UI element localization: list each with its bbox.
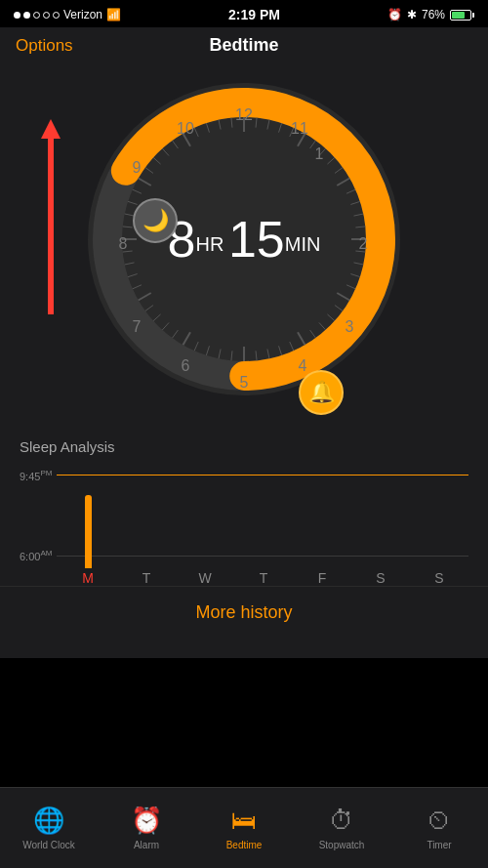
- battery-body: [450, 10, 471, 21]
- svg-line-31: [279, 346, 282, 355]
- svg-text:6: 6: [182, 357, 190, 374]
- svg-line-56: [153, 157, 160, 164]
- stopwatch-icon: ⏱: [329, 806, 354, 836]
- svg-line-39: [183, 332, 191, 345]
- svg-text:2: 2: [359, 235, 368, 252]
- wake-handle[interactable]: 🔔: [299, 370, 344, 415]
- svg-line-53: [133, 189, 142, 193]
- svg-line-62: [219, 120, 221, 130]
- svg-text:5: 5: [240, 374, 249, 391]
- time-display: 8HR 15MIN: [168, 210, 321, 269]
- svg-line-42: [153, 314, 160, 321]
- svg-line-41: [162, 322, 169, 329]
- svg-line-33: [256, 351, 257, 360]
- svg-line-30: [290, 342, 294, 351]
- svg-text:9: 9: [133, 159, 142, 176]
- clock-container: /* ticks rendered below */ 12 1 2 3 4 5 …: [88, 83, 400, 395]
- tab-bedtime[interactable]: 🛏 Bedtime: [195, 806, 293, 850]
- sleep-handle[interactable]: 🌙: [133, 198, 178, 243]
- svg-text:7: 7: [133, 318, 142, 335]
- day-column: W: [176, 478, 234, 586]
- svg-line-16: [350, 201, 360, 204]
- svg-marker-0: [41, 119, 61, 139]
- carrier-label: Verizon: [63, 8, 102, 21]
- tab-timer-label: Timer: [427, 840, 451, 850]
- alarm-status-icon: ⏰: [387, 8, 402, 21]
- svg-line-47: [125, 263, 135, 265]
- day-column: M: [59, 478, 117, 586]
- svg-rect-1: [48, 137, 54, 314]
- sleep-analysis-section: Sleep Analysis 9:45PM 6:00AM MTWTFSS: [0, 425, 488, 586]
- day-column: S: [351, 478, 410, 586]
- svg-line-18: [355, 227, 365, 227]
- svg-line-60: [194, 128, 198, 137]
- svg-line-26: [327, 314, 334, 321]
- world-clock-icon: 🌐: [33, 806, 64, 836]
- svg-line-21: [353, 263, 363, 265]
- top-time-label: 9:45PM: [20, 469, 57, 482]
- svg-text:11: 11: [291, 120, 308, 137]
- day-label: W: [198, 570, 211, 586]
- page-title: Bedtime: [209, 35, 278, 56]
- min-label: MIN: [285, 233, 321, 255]
- tab-world-clock-label: World Clock: [22, 840, 75, 850]
- svg-line-7: [279, 123, 282, 133]
- tab-world-clock[interactable]: 🌐 World Clock: [0, 806, 98, 850]
- bottom-time-label: 6:00AM: [20, 549, 57, 562]
- svg-line-17: [353, 214, 363, 216]
- dot2: [23, 12, 30, 19]
- chart-area: 9:45PM 6:00AM MTWTFSS: [20, 459, 468, 586]
- svg-text:12: 12: [235, 106, 253, 123]
- svg-text:8: 8: [119, 235, 128, 252]
- tab-stopwatch[interactable]: ⏱ Stopwatch: [293, 806, 390, 850]
- tab-alarm[interactable]: ⏰ Alarm: [98, 806, 195, 850]
- day-label: T: [142, 570, 151, 586]
- svg-line-35: [231, 351, 232, 360]
- svg-line-29: [298, 332, 305, 345]
- svg-line-44: [139, 293, 151, 301]
- svg-line-6: [267, 120, 269, 130]
- wifi-icon: 📶: [106, 8, 121, 21]
- svg-line-25: [335, 306, 343, 311]
- svg-line-38: [194, 342, 198, 351]
- svg-line-61: [206, 123, 209, 133]
- svg-line-24: [337, 293, 349, 301]
- more-history-button[interactable]: More history: [195, 602, 292, 622]
- day-column: T: [117, 478, 176, 586]
- hr-label: HR: [196, 233, 224, 255]
- svg-line-40: [173, 330, 179, 338]
- svg-text:10: 10: [177, 120, 194, 137]
- tab-timer[interactable]: ⏲ Timer: [390, 806, 488, 850]
- more-history-section: More history: [0, 586, 488, 639]
- battery-fill: [452, 12, 466, 19]
- svg-line-14: [337, 179, 349, 186]
- svg-line-28: [310, 330, 316, 338]
- status-time: 2:19 PM: [228, 7, 280, 22]
- svg-line-15: [346, 189, 355, 193]
- top-chart-line: [57, 475, 468, 475]
- signal-dots: [14, 12, 60, 19]
- status-left: Verizon 📶: [14, 8, 121, 21]
- svg-line-37: [206, 346, 209, 355]
- bluetooth-icon: ✱: [407, 8, 417, 21]
- dot3: [33, 12, 40, 19]
- svg-text:1: 1: [315, 145, 324, 162]
- svg-line-27: [319, 322, 326, 329]
- svg-line-50: [123, 227, 133, 227]
- svg-line-23: [346, 285, 355, 289]
- spacer: [0, 639, 488, 658]
- tab-bar: 🌐 World Clock ⏰ Alarm 🛏 Bedtime ⏱ Stopwa…: [0, 787, 488, 868]
- svg-line-55: [145, 168, 153, 174]
- clock-section: /* ticks rendered below */ 12 1 2 3 4 5 …: [0, 63, 488, 425]
- status-bar: Verizon 📶 2:19 PM ⏰ ✱ 76%: [0, 0, 488, 27]
- svg-line-52: [128, 201, 138, 204]
- svg-line-5: [256, 118, 257, 128]
- svg-text:4: 4: [299, 357, 307, 374]
- tab-bedtime-label: Bedtime: [226, 840, 263, 850]
- day-bar: [85, 495, 92, 568]
- options-button[interactable]: Options: [16, 36, 73, 56]
- svg-line-22: [350, 274, 360, 277]
- alarm-icon: ⏰: [131, 806, 162, 836]
- day-label: F: [318, 570, 327, 586]
- day-label: S: [376, 570, 385, 586]
